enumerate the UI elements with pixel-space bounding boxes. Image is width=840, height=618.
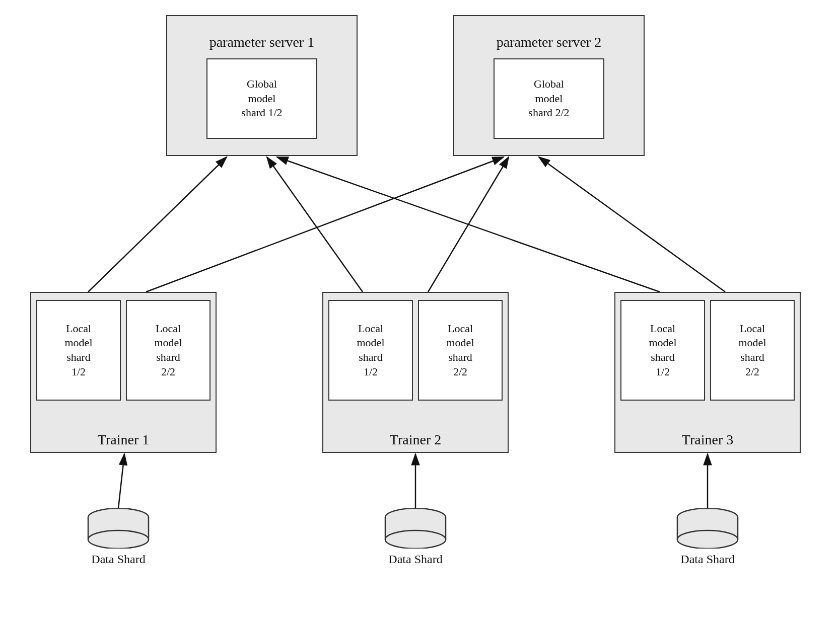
svg-point-14 [677,530,738,549]
param-server-2-box: parameter server 2 Globalmodelshard 2/2 [453,15,645,156]
data-shard-1-label: Data Shard [91,553,145,566]
trainer-3-shard-2: Localmodelshard2/2 [710,300,795,401]
param-server-1-title: parameter server 1 [205,32,318,52]
svg-line-22 [118,454,124,508]
trainer-3-box: Localmodelshard1/2 Localmodelshard2/2 Tr… [614,292,801,453]
data-shard-2-label: Data Shard [388,553,442,566]
param-server-1-box: parameter server 1 Globalmodelshard 1/2 [166,15,358,156]
svg-line-20 [277,157,660,292]
svg-line-21 [539,157,725,292]
data-shard-3-label: Data Shard [680,553,734,566]
diagram: parameter server 1 Globalmodelshard 1/2 … [0,0,840,618]
data-shard-3-container: Data Shard [672,508,743,566]
trainer-1-shard-2: Localmodelshard2/2 [126,300,211,401]
param-server-2-title: parameter server 2 [493,32,605,52]
trainer-3-label: Trainer 3 [682,432,733,448]
trainer-1-box: Localmodelshard1/2 Localmodelshard2/2 Tr… [30,292,217,453]
data-shard-1-icon [83,508,154,549]
data-shard-3-icon [672,508,743,549]
svg-line-17 [146,157,504,292]
trainer-2-shard-2: Localmodelshard2/2 [418,300,503,401]
param-server-2-shard: Globalmodelshard 2/2 [494,58,604,139]
svg-point-9 [385,530,446,549]
trainer-3-shard-1: Localmodelshard1/2 [620,300,705,401]
trainer-2-label: Trainer 2 [390,432,441,448]
trainer-2-box: Localmodelshard1/2 Localmodelshard2/2 Tr… [322,292,509,453]
param-server-1-shard-label: Globalmodelshard 1/2 [241,77,282,120]
data-shard-2-container: Data Shard [380,508,451,566]
trainer-2-shard-1: Localmodelshard1/2 [328,300,413,401]
svg-point-4 [88,530,149,549]
svg-line-19 [428,157,509,292]
trainer-1-label: Trainer 1 [98,432,149,448]
svg-line-18 [267,157,363,292]
data-shard-2-icon [380,508,451,549]
param-server-2-shard-label: Globalmodelshard 2/2 [528,77,569,120]
data-shard-1-container: Data Shard [83,508,154,566]
param-server-1-shard: Globalmodelshard 1/2 [206,58,317,139]
trainer-1-shard-1: Localmodelshard1/2 [36,300,121,401]
svg-line-16 [88,157,227,292]
